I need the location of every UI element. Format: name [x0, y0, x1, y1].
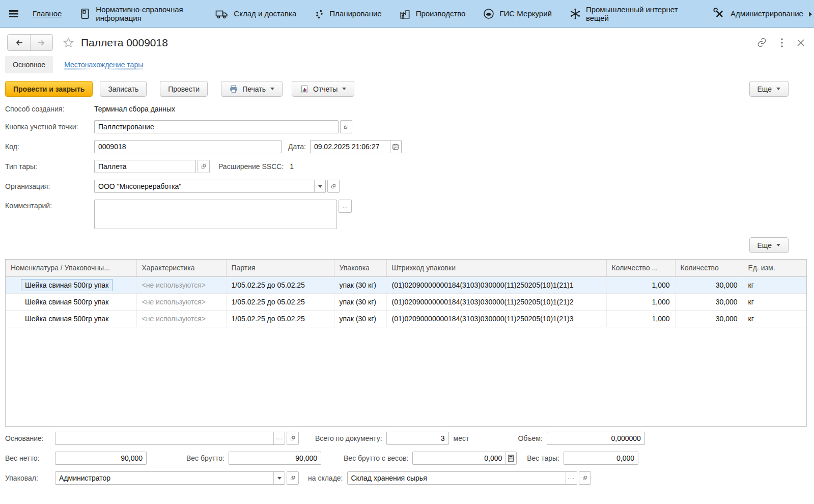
cell-qty[interactable]: 30,000	[675, 276, 743, 293]
cell-package[interactable]: упак (30 кг)	[334, 276, 386, 293]
gross-weight-label: Вес брутто:	[186, 454, 224, 462]
table-row[interactable]: Шейка свиная 500гр упак <не используются…	[6, 310, 806, 327]
calendar-icon[interactable]	[390, 141, 401, 153]
col-characteristic[interactable]: Характеристика	[136, 260, 226, 276]
gross-weight-field[interactable]: 90,000	[229, 452, 321, 465]
basis-field[interactable]: ...	[55, 432, 285, 445]
warehouse-open-button[interactable]	[579, 471, 591, 485]
nav-item-admin[interactable]: Администрирование	[713, 8, 803, 20]
cell-qty[interactable]: 30,000	[675, 310, 743, 327]
nav-item-home[interactable]: Главное	[33, 9, 62, 18]
cell-package[interactable]: упак (30 кг)	[334, 310, 386, 327]
tare-weight-label: Вес тары:	[527, 454, 559, 462]
col-package[interactable]: Упаковка	[334, 260, 386, 276]
comment-expand-button[interactable]: ...	[339, 200, 352, 213]
favorite-star-icon[interactable]	[62, 37, 75, 49]
nav-item-iiot[interactable]: Промышленный интернет вещей	[569, 5, 695, 23]
cell-qty[interactable]: 30,000	[675, 293, 743, 310]
cell-unit[interactable]: кг	[743, 310, 806, 327]
nav-item-mercury[interactable]: ГИС Меркурий	[483, 8, 551, 20]
nav-item-planning[interactable]: Планирование	[314, 8, 381, 20]
container-type-field[interactable]: Паллета	[94, 160, 196, 173]
organization-field[interactable]: ООО "Мясопереработка"	[94, 180, 326, 193]
packed-by-open-button[interactable]	[287, 471, 299, 485]
cell-characteristic[interactable]: <не используются>	[136, 310, 226, 327]
basis-open-button[interactable]	[287, 432, 299, 445]
cell-batch[interactable]: 1/05.02.25 до 05.02.25	[226, 310, 334, 327]
get-link-icon[interactable]	[756, 37, 767, 48]
grid-more-button[interactable]: Еще	[749, 237, 789, 253]
nav-item-warehouse[interactable]: Склад и доставка	[215, 8, 296, 20]
nav-item-label: Склад и доставка	[234, 9, 296, 18]
globe-icon	[483, 8, 495, 20]
cell-nomenclature[interactable]: Шейка свиная 500гр упак	[6, 310, 136, 327]
cell-nomenclature[interactable]: Шейка свиная 500гр упак	[6, 293, 136, 310]
calculator-icon[interactable]	[505, 452, 516, 464]
printer-icon	[229, 85, 238, 94]
packed-by-field[interactable]: Администратор	[55, 471, 285, 485]
cell-unit[interactable]: кг	[743, 276, 806, 293]
tab-container-location[interactable]: Местонахождение тары	[64, 61, 143, 69]
cell-qty-packs[interactable]: 1,000	[606, 310, 675, 327]
cell-nomenclature[interactable]: Шейка свиная 500гр упак	[21, 279, 113, 291]
nav-item-label: Планирование	[329, 9, 381, 18]
tare-weight-field[interactable]: 0,000	[564, 452, 638, 465]
cell-characteristic[interactable]: <не используются>	[136, 276, 226, 293]
point-button-open-button[interactable]	[340, 120, 352, 133]
nav-item-production[interactable]: Производство	[399, 8, 466, 20]
kebab-menu-icon[interactable]	[780, 38, 783, 48]
cell-batch[interactable]: 1/05.02.25 до 05.02.25	[226, 293, 334, 310]
nav-item-nsi[interactable]: Нормативно-справочная информация	[79, 5, 198, 23]
tab-main[interactable]: Основное	[5, 56, 53, 73]
total-places-field[interactable]: 3	[386, 432, 449, 445]
net-weight-label: Вес нетто:	[5, 454, 55, 462]
col-barcode[interactable]: Штрихкод упаковки	[386, 260, 606, 276]
gross-scale-weight-field[interactable]: 0,000	[412, 452, 517, 465]
volume-field[interactable]: 0,000000	[547, 432, 645, 445]
table-row[interactable]: Шейка свиная 500гр упак <не используются…	[6, 276, 806, 293]
cell-barcode[interactable]: (01)02090000000184(3103)030000(11)250205…	[386, 276, 606, 293]
comment-field[interactable]	[94, 200, 337, 229]
date-field[interactable]: 09.02.2025 21:06:27	[310, 140, 402, 153]
post-and-close-button[interactable]: Провести и закрыть	[5, 81, 93, 97]
cell-qty-packs[interactable]: 1,000	[606, 293, 675, 310]
container-type-open-button[interactable]	[198, 160, 210, 173]
nav-overflow-arrow-icon[interactable]	[808, 11, 812, 17]
menu-icon[interactable]	[7, 7, 20, 20]
cell-unit[interactable]: кг	[743, 293, 806, 310]
col-qty-packs[interactable]: Количество ...	[606, 260, 675, 276]
col-batch[interactable]: Партия	[226, 260, 334, 276]
point-button-label: Кнопка учетной точки:	[5, 123, 94, 131]
reports-button[interactable]: Отчеты	[292, 81, 354, 97]
warehouse-field[interactable]: Склад хранения сырья ...	[347, 471, 577, 485]
net-weight-field[interactable]: 90,000	[55, 452, 147, 465]
point-button-field[interactable]: Паллетирование	[94, 120, 339, 133]
print-button[interactable]: Печать	[221, 81, 283, 97]
close-icon[interactable]	[797, 39, 805, 47]
post-button[interactable]: Провести	[160, 81, 208, 97]
document-icon	[79, 8, 91, 20]
organization-open-button[interactable]	[327, 180, 340, 193]
col-qty[interactable]: Количество	[675, 260, 743, 276]
warehouse-choose-button[interactable]: ...	[566, 472, 577, 484]
code-field[interactable]: 0009018	[94, 140, 282, 153]
table-row[interactable]: Шейка свиная 500гр упак <не используются…	[6, 293, 806, 310]
col-nomenclature[interactable]: Номенклатура / Упаковочны...	[6, 260, 136, 276]
cell-characteristic[interactable]: <не используются>	[136, 293, 226, 310]
col-unit[interactable]: Ед. изм.	[743, 260, 806, 276]
cell-barcode[interactable]: (01)02090000000184(3103)030000(11)250205…	[386, 310, 606, 327]
save-button[interactable]: Записать	[100, 81, 147, 97]
combo-dropdown-button[interactable]	[314, 180, 325, 192]
forward-button[interactable]	[30, 35, 52, 50]
back-button[interactable]	[8, 35, 30, 50]
basis-choose-button[interactable]: ...	[273, 432, 285, 444]
comment-row: Комментарий: ...	[5, 200, 814, 229]
cell-barcode[interactable]: (01)02090000000184(3103)030000(11)250205…	[386, 293, 606, 310]
cell-package[interactable]: упак (30 кг)	[334, 293, 386, 310]
combo-dropdown-button[interactable]	[273, 472, 285, 484]
more-button[interactable]: Еще	[749, 81, 789, 97]
window-header: Паллета 0009018	[0, 28, 814, 51]
cell-qty-packs[interactable]: 1,000	[606, 276, 675, 293]
code-row: Код: 0009018 Дата: 09.02.2025 21:06:27	[5, 140, 814, 153]
cell-batch[interactable]: 1/05.02.25 до 05.02.25	[226, 276, 334, 293]
